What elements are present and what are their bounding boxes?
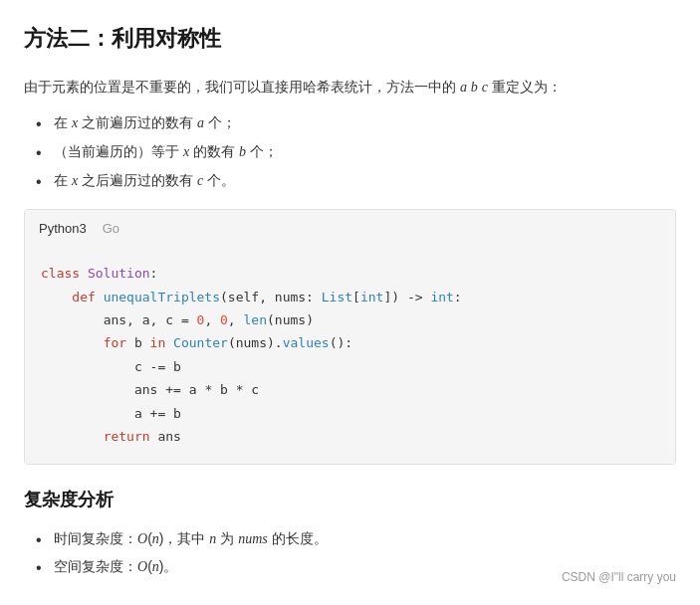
code-area: class Solution: def unequalTriplets(self…: [25, 248, 675, 464]
bullet-item-3: 在 x 之后遍历过的数有 c 个。: [36, 168, 676, 193]
bullet-item-1: 在 x 之前遍历过的数有 a 个；: [36, 110, 676, 135]
section-title: 方法二：利用对称性: [24, 20, 676, 63]
watermark: CSDN @I"ll carry you: [562, 567, 676, 587]
tab-python3[interactable]: Python3: [39, 218, 87, 248]
bullet-list: 在 x 之前遍历过的数有 a 个； （当前遍历的）等于 x 的数有 b 个； 在…: [36, 110, 676, 194]
complexity-time: 时间复杂度：O(n)，其中 n 为 nums 的长度。: [36, 525, 676, 553]
complexity-title: 复杂度分析: [24, 485, 676, 515]
code-block-wrapper: Python3 Go class Solution: def unequalTr…: [24, 209, 676, 465]
bullet-item-2: （当前遍历的）等于 x 的数有 b 个；: [36, 139, 676, 164]
code-tabs: Python3 Go: [25, 210, 675, 248]
tab-go[interactable]: Go: [103, 218, 119, 248]
description-text: 由于元素的位置是不重要的，我们可以直接用哈希表统计，方法一中的 a b c 重定…: [24, 75, 676, 100]
